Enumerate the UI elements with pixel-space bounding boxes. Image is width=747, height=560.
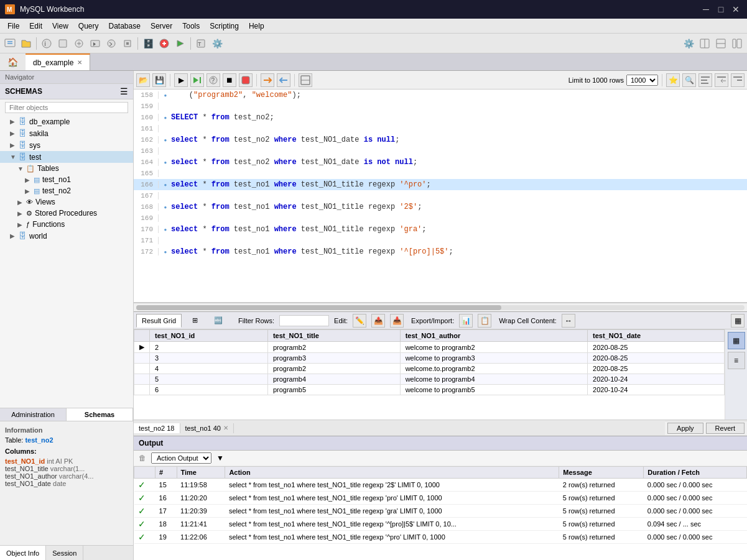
- sql-stop-btn[interactable]: ⏹: [223, 73, 236, 87]
- export-btn[interactable]: 📊: [459, 314, 473, 328]
- close-button[interactable]: ✕: [730, 3, 742, 16]
- tab-form-editor[interactable]: ⊞: [187, 313, 203, 328]
- wrap-btn[interactable]: ↔: [562, 314, 575, 328]
- sql-commit-btn[interactable]: [261, 73, 274, 87]
- tree-item-functions[interactable]: ▶ ƒ Functions: [0, 219, 133, 230]
- query-tab-db-example[interactable]: db_example ✕: [26, 53, 90, 70]
- edit-import-btn[interactable]: 📥: [390, 314, 404, 328]
- tab-field-types[interactable]: 🔤: [208, 313, 228, 328]
- result-btm-tab-1[interactable]: test_no2 18: [134, 423, 180, 433]
- filter-rows-input[interactable]: [279, 315, 329, 326]
- toolbar-btn6[interactable]: [120, 36, 135, 51]
- toolbar-btn9[interactable]: [173, 36, 188, 51]
- edit-export-btn[interactable]: 📤: [371, 314, 385, 328]
- toolbar-layout2[interactable]: [713, 36, 728, 51]
- toolbar-open[interactable]: [19, 36, 34, 51]
- toolbar-btn10[interactable]: T: [193, 36, 208, 51]
- import-btn[interactable]: 📋: [478, 314, 491, 328]
- sql-explain-btn[interactable]: ?: [206, 73, 220, 87]
- menu-file[interactable]: File: [2, 19, 24, 33]
- result-grid-view-btn[interactable]: ▦: [731, 314, 745, 328]
- toolbar-new-connection[interactable]: [2, 36, 17, 51]
- sql-run-btn[interactable]: ▶: [174, 73, 188, 87]
- limit-row-select[interactable]: Limit to 1000 rows 10005002005000: [568, 75, 658, 86]
- col-header-date[interactable]: test_NO1_date: [588, 330, 725, 342]
- col-header-title[interactable]: test_NO1_title: [267, 330, 400, 342]
- result-grid-icon-btn[interactable]: ▦: [728, 332, 745, 349]
- tab-close-result-icon[interactable]: ✕: [223, 425, 228, 431]
- tree-item-sakila[interactable]: ▶ 🗄 sakila: [0, 127, 133, 139]
- tab-administration[interactable]: Administration: [0, 408, 67, 421]
- tab-close-icon[interactable]: ✕: [77, 59, 82, 66]
- tab-result-grid[interactable]: Result Grid: [136, 314, 182, 328]
- filter-objects-input[interactable]: [5, 102, 128, 113]
- tab-schemas[interactable]: Schemas: [67, 408, 133, 421]
- toolbar-layout1[interactable]: [697, 36, 712, 51]
- tab-object-info[interactable]: Object Info: [0, 546, 46, 560]
- toolbar-settings[interactable]: ⚙️: [681, 36, 696, 51]
- toolbar-layout3[interactable]: [730, 36, 745, 51]
- table-row[interactable]: 3 programb3 welcome to programb3 2020-08…: [134, 353, 725, 364]
- sql-bookmark-btn[interactable]: ⭐: [666, 73, 680, 87]
- tree-item-world[interactable]: ▶ 🗄 world: [0, 230, 133, 242]
- tree-item-test-no2[interactable]: ▶ ▤ test_no2: [0, 185, 133, 196]
- toolbar-btn3[interactable]: [72, 36, 86, 51]
- revert-button[interactable]: Revert: [706, 423, 745, 434]
- minimize-button[interactable]: ─: [700, 3, 712, 16]
- menu-scripting[interactable]: Scripting: [205, 19, 244, 33]
- tree-item-tables[interactable]: ▼ 📋 Tables: [0, 163, 133, 174]
- result-form-icon-btn[interactable]: ≡: [728, 352, 745, 369]
- result-btm-tab-2[interactable]: test_no1 40 ✕: [180, 423, 234, 433]
- edit-pencil-btn[interactable]: ✏️: [353, 314, 366, 328]
- apply-button[interactable]: Apply: [667, 423, 703, 434]
- home-tab[interactable]: 🏠: [0, 53, 26, 70]
- toolbar-btn11[interactable]: ⚙️: [210, 36, 225, 51]
- tree-item-stored-procedures[interactable]: ▶ ⚙ Stored Procedures: [0, 208, 133, 219]
- limit-dropdown[interactable]: 10005002005000: [626, 75, 658, 86]
- menu-database[interactable]: Database: [104, 19, 146, 33]
- sql-wrap-btn[interactable]: [715, 73, 728, 87]
- table-row[interactable]: 5 programb4 welcome to programb4 2020-10…: [134, 374, 725, 385]
- menu-edit[interactable]: Edit: [24, 19, 47, 33]
- sql-more-btn[interactable]: [731, 73, 745, 87]
- toolbar-btn8[interactable]: [157, 36, 172, 51]
- tree-item-test[interactable]: ▼ 🗄 test: [0, 151, 133, 163]
- code-editor[interactable]: 158 ● ("programb2", "welcome"); 159 160 …: [134, 90, 747, 303]
- sql-run-sel-btn[interactable]: [190, 73, 204, 87]
- toolbar-btn4[interactable]: [88, 36, 103, 51]
- sql-open-btn[interactable]: 📂: [136, 73, 150, 87]
- output-dropdown-icon[interactable]: ▼: [216, 454, 224, 462]
- table-row[interactable]: ▶ 2 programb2 welcome to programb2 2020-…: [134, 342, 725, 353]
- tree-item-sys[interactable]: ▶ 🗄 sys: [0, 139, 133, 151]
- sql-stop2-btn[interactable]: [239, 73, 253, 87]
- result-grid-table[interactable]: test_NO1_id test_NO1_title test_NO1_auth…: [134, 329, 725, 420]
- h-scrollbar[interactable]: [134, 303, 747, 311]
- toolbar-btn5[interactable]: [104, 36, 119, 51]
- output-type-select[interactable]: Action Output Text Output: [151, 452, 211, 464]
- maximize-button[interactable]: □: [715, 3, 727, 16]
- toolbar-btn1[interactable]: i: [39, 36, 54, 51]
- col-header-id[interactable]: test_NO1_id: [150, 330, 268, 342]
- col-header-author[interactable]: test_NO1_author: [400, 330, 587, 342]
- sql-toggle-results[interactable]: [299, 73, 312, 87]
- table-row[interactable]: 6 programb5 welcome to programb5 2020-10…: [134, 385, 725, 395]
- toolbar-btn7[interactable]: 🗄️: [141, 36, 155, 51]
- sql-search-btn[interactable]: 🔍: [682, 73, 696, 87]
- menu-view[interactable]: View: [47, 19, 73, 33]
- tree-item-views[interactable]: ▶ 👁 Views: [0, 196, 133, 208]
- schemas-filter-icon[interactable]: ☰: [120, 86, 128, 96]
- sql-rollback-btn[interactable]: [277, 73, 290, 87]
- tab-session[interactable]: Session: [46, 546, 83, 560]
- menu-query[interactable]: Query: [73, 19, 104, 33]
- sql-save-btn[interactable]: 💾: [152, 73, 166, 87]
- menu-tools[interactable]: Tools: [177, 19, 205, 33]
- sql-format-btn[interactable]: [698, 73, 712, 87]
- table-row[interactable]: 4 programb2 welcome.to.programb2 2020-08…: [134, 364, 725, 374]
- menu-server[interactable]: Server: [146, 19, 177, 33]
- toolbar-btn2[interactable]: [55, 36, 70, 51]
- tree-item-db-example[interactable]: ▶ 🗄 db_example: [0, 116, 133, 127]
- output-clear-icon[interactable]: 🗑: [139, 454, 146, 462]
- menu-help[interactable]: Help: [244, 19, 269, 33]
- tree-item-test-no1[interactable]: ▶ ▤ test_no1: [0, 174, 133, 185]
- output-table-wrap[interactable]: # Time Action Message Duration / Fetch ✓…: [134, 466, 747, 560]
